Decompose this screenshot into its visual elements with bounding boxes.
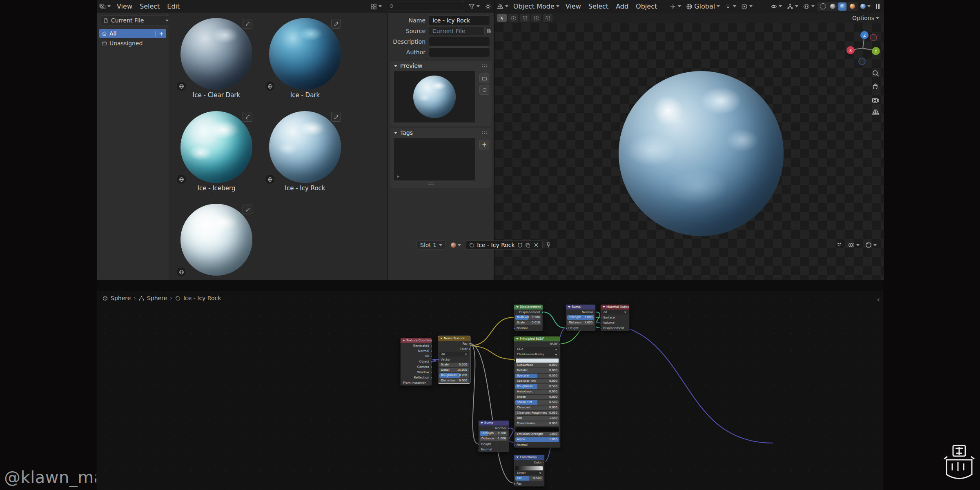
node-slider-row[interactable]: Detail15.000 bbox=[438, 368, 470, 373]
node-gradient-row[interactable] bbox=[514, 465, 544, 470]
menu-add[interactable]: Add bbox=[612, 0, 632, 13]
asset-card-untitled[interactable] bbox=[180, 204, 252, 280]
display-settings-button[interactable] bbox=[368, 0, 384, 13]
play-icon[interactable] bbox=[396, 175, 400, 178]
proportional-edit-button[interactable] bbox=[739, 0, 755, 13]
asset-card-ice-clear-dark[interactable]: Ice - Clear Dark bbox=[180, 18, 252, 100]
output-socket[interactable] bbox=[430, 350, 432, 352]
node-slider-row[interactable]: IOR1.450 bbox=[514, 416, 560, 421]
asset-grid[interactable]: Ice - Clear DarkIce - DarkIce - IcebergI… bbox=[169, 13, 388, 280]
node-noise-texture[interactable]: Noise TextureFacColor3DVectorScale5.200D… bbox=[438, 336, 470, 384]
output-socket[interactable] bbox=[430, 345, 432, 347]
fake-user-icon[interactable] bbox=[517, 243, 523, 248]
output-socket[interactable] bbox=[541, 311, 543, 314]
catalog-item-unassigned[interactable]: Unassigned bbox=[99, 39, 166, 48]
node-bump[interactable]: BumpNormalStrength1.000Distance1.000Heig… bbox=[566, 304, 596, 331]
node-header[interactable]: Bump bbox=[479, 421, 509, 425]
viewport-canvas[interactable]: Z X Y bbox=[494, 23, 884, 280]
edit-asset-icon[interactable] bbox=[331, 112, 341, 122]
node-header[interactable]: Displacement bbox=[514, 305, 543, 310]
output-socket[interactable] bbox=[594, 311, 595, 314]
asset-thumbnail[interactable] bbox=[180, 204, 252, 276]
node-slider-row[interactable]: Transmission0.000 bbox=[514, 421, 560, 426]
node-slider-row[interactable]: Specular Tint0.000 bbox=[514, 379, 560, 384]
region-collapse-icon[interactable]: ‹ bbox=[877, 296, 880, 303]
node-dropdown-row[interactable]: All bbox=[601, 310, 629, 315]
asset-thumbnail[interactable] bbox=[180, 111, 252, 183]
unlink-material-button[interactable]: × bbox=[533, 241, 540, 249]
output-socket[interactable] bbox=[559, 343, 560, 345]
node-slider-row[interactable]: Specular0.500 bbox=[514, 373, 560, 379]
node-header[interactable]: ColorRamp bbox=[514, 455, 544, 460]
asset-card-ice-icy-rock[interactable]: Ice - Icy Rock bbox=[269, 111, 341, 193]
menu-object[interactable]: Object bbox=[632, 0, 661, 13]
node-displacement[interactable]: DisplacementDisplacementMidlevel0.500Sca… bbox=[514, 304, 543, 331]
node-dropdown-row[interactable]: 3D bbox=[438, 352, 470, 357]
menu-edit[interactable]: Edit bbox=[163, 0, 183, 13]
node-dropdown-row[interactable]: GGX bbox=[514, 347, 560, 352]
node-header[interactable]: Material Output bbox=[601, 305, 629, 310]
node-color-row[interactable] bbox=[514, 426, 560, 432]
menu-select[interactable]: Select bbox=[136, 0, 163, 13]
asset-thumbnail[interactable] bbox=[269, 111, 341, 183]
node-slider-row[interactable]: Roughness0.500 bbox=[514, 384, 560, 389]
node-slider-row[interactable]: Sheen Tint0.500 bbox=[514, 400, 560, 405]
node-slider-row[interactable]: Alpha1.000 bbox=[514, 437, 560, 442]
pin-icon[interactable] bbox=[545, 242, 552, 248]
shading-wireframe-button[interactable] bbox=[819, 2, 827, 11]
node-slider-row[interactable]: Distance1.000 bbox=[479, 436, 509, 441]
edit-asset-icon[interactable] bbox=[243, 19, 252, 29]
node-header[interactable]: Bump bbox=[566, 305, 595, 310]
material-name-field[interactable]: Ice - Icy Rock × bbox=[466, 241, 543, 249]
output-socket[interactable] bbox=[469, 348, 470, 350]
node-slider-row[interactable]: Subsurface0.000 bbox=[514, 363, 560, 368]
output-socket[interactable] bbox=[469, 343, 470, 345]
node-header[interactable]: Principled BSDF bbox=[514, 336, 560, 341]
node-slider-row[interactable]: Emission Strength1.000 bbox=[514, 432, 560, 437]
menu-view[interactable]: View bbox=[562, 0, 585, 13]
catalog-item-all[interactable]: All+ bbox=[99, 29, 166, 38]
breadcrumb-material[interactable]: Ice - Icy Rock bbox=[183, 295, 221, 301]
node-slider-row[interactable]: Clearcoat Roughness0.030 bbox=[514, 410, 560, 416]
add-catalog-icon[interactable]: + bbox=[155, 31, 164, 36]
node-texture-coordinate[interactable]: Texture CoordinateGeneratedNormalUVObjec… bbox=[400, 338, 432, 386]
node-slider-row[interactable]: Roughness0.700 bbox=[438, 373, 470, 378]
asset-source-select[interactable]: Current File bbox=[100, 16, 172, 25]
node-slider-row[interactable]: Fac0.500 bbox=[514, 476, 544, 481]
node-slider-row[interactable]: Sheen0.000 bbox=[514, 394, 560, 400]
asset-card-ice-iceberg[interactable]: Ice - Iceberg bbox=[180, 111, 252, 193]
output-socket[interactable] bbox=[430, 361, 432, 363]
output-socket[interactable] bbox=[430, 355, 432, 358]
node-slider-row[interactable]: Distortion0.000 bbox=[438, 378, 470, 383]
output-socket[interactable] bbox=[543, 461, 544, 464]
gizmos-dropdown[interactable] bbox=[784, 0, 801, 13]
node-slider-row[interactable]: Scale0.010 bbox=[514, 320, 543, 325]
edit-asset-icon[interactable] bbox=[331, 19, 341, 29]
menu-select[interactable]: Select bbox=[585, 0, 612, 13]
node-slider-row[interactable]: Strength1.000 bbox=[566, 315, 595, 320]
edit-asset-icon[interactable] bbox=[243, 205, 252, 214]
node-slider-row[interactable]: Scale5.200 bbox=[438, 362, 470, 368]
asset-thumbnail[interactable] bbox=[180, 18, 252, 90]
output-socket[interactable] bbox=[430, 371, 432, 374]
node-principled-bsdf[interactable]: Principled BSDFBSDFGGXChristensen-Burley… bbox=[514, 336, 561, 448]
node-dropdown-row[interactable]: Linear bbox=[514, 470, 544, 476]
editor-type-button[interactable] bbox=[97, 0, 113, 13]
breadcrumb-mesh[interactable]: Sphere bbox=[147, 295, 167, 301]
transform-pivot-button[interactable] bbox=[667, 0, 684, 13]
slot-select[interactable]: Slot 1 bbox=[416, 241, 446, 249]
node-material-output[interactable]: Material OutputAllSurfaceVolumeDisplacem… bbox=[600, 304, 630, 331]
node-slider-row[interactable]: Midlevel0.500 bbox=[514, 315, 543, 320]
asset-thumbnail[interactable] bbox=[269, 18, 341, 90]
shader-node-canvas[interactable]: Texture CoordinateGeneratedNormalUVObjec… bbox=[97, 291, 883, 490]
node-slider-row[interactable]: Strength0.300 bbox=[479, 431, 509, 436]
copy-material-icon[interactable] bbox=[525, 243, 530, 248]
node-color-row[interactable] bbox=[514, 357, 560, 363]
rendered-ice-sphere[interactable] bbox=[619, 71, 784, 236]
node-slider-row[interactable]: Metallic0.000 bbox=[514, 368, 560, 373]
visibility-dropdown[interactable] bbox=[768, 0, 784, 13]
node-slider-row[interactable]: Anisotropic0.000 bbox=[514, 389, 560, 394]
node-bump[interactable]: BumpNormalStrength0.300Distance1.000Heig… bbox=[478, 420, 509, 452]
breadcrumb-object[interactable]: Sphere bbox=[111, 295, 131, 301]
snap-button[interactable] bbox=[722, 0, 739, 13]
